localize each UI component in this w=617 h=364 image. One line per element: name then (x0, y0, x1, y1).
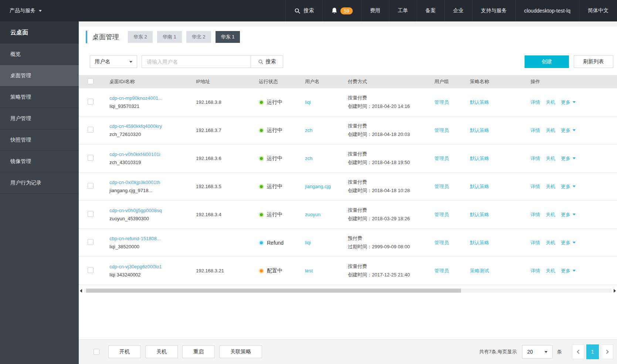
language-switch[interactable]: 简体中文 (579, 0, 617, 21)
user-group-link[interactable]: 管理员 (434, 212, 449, 217)
row-checkbox[interactable] (88, 183, 94, 189)
username-link[interactable]: zch (305, 156, 312, 161)
action-shutdown-link[interactable]: 关机 (546, 127, 555, 134)
action-shutdown-link[interactable]: 关机 (546, 183, 555, 190)
action-shutdown-link[interactable]: 关机 (546, 268, 555, 274)
sidebar-item[interactable]: 用户管理 (0, 108, 79, 129)
username-link[interactable]: liqi (305, 240, 311, 245)
refresh-list-button[interactable]: 刷新列表 (574, 55, 613, 68)
topbar-nav-item[interactable]: 费用 (361, 0, 389, 21)
username-link[interactable]: zuoyun (305, 212, 321, 217)
user-group-link[interactable]: 管理员 (434, 156, 449, 161)
action-shutdown-link[interactable]: 关机 (546, 211, 555, 218)
sidebar-item[interactable]: 概览 (0, 44, 79, 65)
user-group-link[interactable]: 管理员 (434, 99, 449, 105)
action-detail-link[interactable]: 详情 (530, 183, 540, 190)
row-checkbox[interactable] (88, 155, 94, 161)
policy-link[interactable]: 默认策略 (470, 99, 489, 105)
page-1-button[interactable]: 1 (586, 344, 599, 359)
sidebar-item[interactable]: 快照管理 (0, 129, 79, 151)
topbar-nav-item[interactable]: 工单 (389, 0, 417, 21)
footer-select-all-checkbox[interactable] (94, 349, 99, 355)
policy-link[interactable]: 默认策略 (470, 240, 489, 245)
scroll-right-arrow[interactable] (614, 289, 616, 293)
row-checkbox[interactable] (88, 211, 94, 217)
row-checkbox[interactable] (88, 267, 94, 273)
table-row: cdp-cn-4590kkfq4000kry zch_72610320 192.… (79, 116, 617, 144)
batch-action-button[interactable]: 重启 (182, 346, 215, 358)
action-detail-link[interactable]: 详情 (530, 155, 540, 162)
desktop-id-link[interactable]: cbp-cn-refund-151808... (109, 236, 191, 241)
filter-field-select[interactable]: 用户名 (90, 55, 137, 68)
username-link[interactable]: jiangang.cjg (305, 184, 330, 189)
prev-page-button[interactable] (572, 344, 584, 359)
action-detail-link[interactable]: 详情 (530, 211, 540, 218)
action-shutdown-link[interactable]: 关机 (546, 155, 555, 162)
desktop-id-link[interactable]: cdp-cn-4590kkfq4000kry (109, 123, 191, 129)
desktop-id-link[interactable]: cdp-cn-v0h0kkf4i00101i (109, 152, 191, 157)
row-checkbox[interactable] (88, 127, 94, 133)
action-more-link[interactable]: 更多 (561, 211, 576, 218)
action-detail-link[interactable]: 详情 (530, 99, 540, 106)
scroll-left-arrow[interactable] (80, 289, 82, 293)
action-more-link[interactable]: 更多 (561, 183, 576, 190)
status-text: 运行中 (267, 99, 282, 106)
policy-link[interactable]: 默认策略 (470, 212, 489, 217)
region-tab[interactable]: 华北 2 (186, 31, 211, 43)
row-checkbox[interactable] (88, 99, 94, 105)
username-link[interactable]: test (305, 268, 313, 273)
region-tab[interactable]: 华东 2 (128, 31, 153, 43)
policy-link[interactable]: 默认策略 (470, 184, 489, 189)
action-more-link[interactable]: 更多 (561, 155, 576, 162)
scrollbar-thumb[interactable] (86, 289, 461, 293)
action-more-link[interactable]: 更多 (561, 127, 576, 134)
user-group-link[interactable]: 管理员 (434, 184, 449, 189)
policy-link[interactable]: 默认策略 (470, 127, 489, 133)
action-more-link[interactable]: 更多 (561, 239, 576, 246)
user-group-link[interactable]: 管理员 (434, 127, 449, 133)
action-detail-link[interactable]: 详情 (530, 127, 540, 134)
action-more-link[interactable]: 更多 (561, 268, 576, 274)
batch-action-button[interactable]: 开机 (108, 346, 141, 358)
username-link[interactable]: liqi (305, 99, 311, 105)
topbar-search[interactable]: 搜索 (285, 0, 322, 21)
desktop-id-link[interactable]: cdp-cn-v0h0jj5gp0008sq (109, 208, 191, 213)
topbar-nav-item[interactable]: 支持与服务 (472, 0, 515, 21)
sidebar-item[interactable]: 策略管理 (0, 86, 79, 108)
sidebar-item[interactable]: 用户行为记录 (0, 172, 79, 194)
search-button[interactable]: 搜索 (251, 55, 283, 68)
policy-link[interactable]: 默认策略 (470, 156, 489, 161)
topbar-nav-item[interactable]: 企业 (444, 0, 472, 21)
topbar-nav: 费用工单备案企业支持与服务 (361, 0, 515, 21)
topbar-notifications[interactable]: 59 (322, 0, 361, 21)
search-input[interactable] (142, 55, 251, 68)
select-all-checkbox[interactable] (88, 78, 94, 84)
row-checkbox[interactable] (88, 239, 94, 245)
action-more-link[interactable]: 更多 (561, 99, 576, 106)
create-button[interactable]: 创建 (525, 55, 569, 68)
region-tab[interactable]: 华南 1 (157, 31, 182, 43)
region-tab[interactable]: 华东 1 (216, 31, 240, 43)
policy-link[interactable]: 策略测试 (470, 268, 489, 273)
next-page-button[interactable] (601, 344, 613, 359)
page-size-select[interactable]: 20 (522, 345, 553, 358)
desktop-id-link[interactable]: cdp-cn-vj30epg6z000lo1 (109, 264, 191, 269)
batch-action-button[interactable]: 关机 (145, 346, 178, 358)
user-group-link[interactable]: 管理员 (434, 240, 449, 245)
products-menu[interactable]: 产品与服务 (0, 0, 51, 21)
action-detail-link[interactable]: 详情 (530, 239, 540, 246)
topbar-nav-item[interactable]: 备案 (417, 0, 444, 21)
username-link[interactable]: zch (305, 127, 312, 133)
action-detail-link[interactable]: 详情 (530, 268, 540, 274)
sidebar-item[interactable]: 镜像管理 (0, 151, 79, 172)
user-group-link[interactable]: 管理员 (434, 268, 449, 273)
desktop-id-link[interactable]: cdp-cn-0xl0kjp3k0001th (109, 180, 191, 185)
account-menu[interactable]: clouddesktop-test-lq (515, 0, 579, 21)
action-shutdown-link[interactable]: 关机 (546, 99, 555, 106)
batch-action-button[interactable]: 关联策略 (219, 346, 262, 358)
desktop-id-link[interactable]: cdp-cn-mp90knoz4001... (109, 95, 191, 101)
sidebar-item[interactable]: 桌面管理 (0, 65, 79, 86)
action-shutdown-link[interactable]: 关机 (546, 239, 555, 246)
desktop-name: liqi 343240002 (109, 272, 191, 278)
scrollbar-track[interactable] (84, 289, 612, 293)
